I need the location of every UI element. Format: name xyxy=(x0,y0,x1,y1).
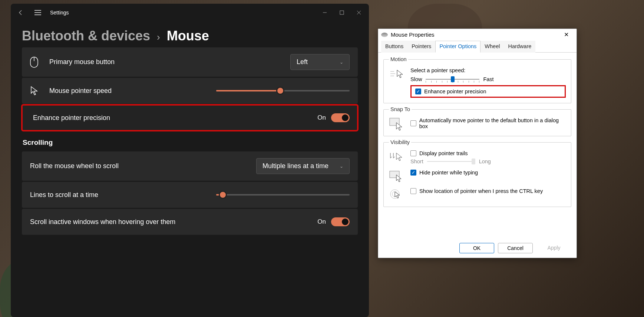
mouse-icon xyxy=(30,57,40,68)
scroll-inactive-label: Scroll inactive windows when hovering ov… xyxy=(30,218,308,226)
slow-label: Slow xyxy=(410,76,422,82)
breadcrumb-parent[interactable]: Bluetooth & devices xyxy=(22,28,150,44)
snap-to-label: Automatically move pointer to the defaul… xyxy=(419,117,566,129)
tab-pointers[interactable]: Pointers xyxy=(407,41,435,53)
motion-group: Motion Select a pointer speed: Slow Fas xyxy=(383,56,571,103)
chevron-down-icon: ⌄ xyxy=(340,164,343,169)
content-area: Primary mouse button Left ⌄ Mouse pointe… xyxy=(11,47,369,317)
scrolling-section-title: Scrolling xyxy=(22,132,358,150)
minimize-button[interactable] xyxy=(316,5,333,20)
scroll-inactive-state: On xyxy=(317,218,326,226)
long-label: Long xyxy=(479,158,491,164)
scroll-inactive-toggle[interactable] xyxy=(331,217,350,226)
primary-button-card: Primary mouse button Left ⌄ xyxy=(22,47,358,77)
mouse-icon xyxy=(381,33,388,37)
dialog-body: Motion Select a pointer speed: Slow Fas xyxy=(378,53,577,238)
short-label: Short xyxy=(410,158,423,164)
breadcrumb: Bluetooth & devices › Mouse xyxy=(11,21,369,47)
chevron-down-icon: ⌄ xyxy=(340,60,343,65)
ok-button[interactable]: OK xyxy=(459,243,494,253)
pointer-trails-label: Display pointer trails xyxy=(419,150,468,156)
dialog-tabs: Buttons Pointers Pointer Options Wheel H… xyxy=(378,40,577,53)
cancel-button[interactable]: Cancel xyxy=(498,243,533,253)
enhance-precision-card: Enhance pointer precision On xyxy=(22,105,358,131)
enhance-precision-checkbox[interactable]: ✓ xyxy=(415,89,421,94)
hide-typing-checkbox[interactable]: ✓ xyxy=(410,170,416,176)
enhance-precision-label: Enhance pointer precision xyxy=(424,89,486,94)
close-button[interactable] xyxy=(350,5,367,20)
lines-scroll-slider[interactable] xyxy=(216,194,350,196)
enhance-precision-highlight: ✓ Enhance pointer precision xyxy=(410,85,566,98)
dialog-footer: OK Cancel Apply xyxy=(378,238,577,258)
ctrl-locate-icon xyxy=(389,188,404,201)
dialog-title: Mouse Properties xyxy=(391,31,435,38)
enhance-precision-label: Enhance pointer precision xyxy=(33,114,308,122)
roll-wheel-select[interactable]: Multiple lines at a time ⌄ xyxy=(256,158,350,174)
lines-scroll-label: Lines to scroll at a time xyxy=(30,191,207,199)
tab-wheel[interactable]: Wheel xyxy=(480,41,504,53)
dialog-titlebar: Mouse Properties ✕ xyxy=(378,29,577,40)
primary-button-label: Primary mouse button xyxy=(49,58,281,66)
pointer-trails-checkbox[interactable] xyxy=(410,150,416,156)
hide-typing-label: Hide pointer while typing xyxy=(419,170,478,176)
pointer-trails-slider xyxy=(427,160,475,163)
motion-legend: Motion xyxy=(389,56,408,62)
ctrl-locate-checkbox[interactable] xyxy=(410,188,416,194)
pointer-speed-slider[interactable] xyxy=(426,76,479,83)
mouse-properties-dialog: Mouse Properties ✕ Buttons Pointers Poin… xyxy=(378,29,577,258)
cursor-speed-icon xyxy=(389,67,404,81)
app-title: Settings xyxy=(46,10,69,16)
primary-button-value: Left xyxy=(297,58,308,66)
tab-buttons[interactable]: Buttons xyxy=(381,41,407,53)
roll-wheel-label: Roll the mouse wheel to scroll xyxy=(30,162,247,170)
maximize-button[interactable] xyxy=(333,5,350,20)
hide-typing-icon xyxy=(389,170,404,183)
visibility-group: Visibility Display pointer trails Short xyxy=(383,139,571,207)
pointer-trails-icon xyxy=(389,150,404,164)
snap-to-group: Snap To Automatically move pointer to th… xyxy=(383,106,571,136)
pointer-speed-label: Select a pointer speed: xyxy=(410,67,566,73)
roll-wheel-value: Multiple lines at a time xyxy=(262,162,328,170)
dialog-close-button[interactable]: ✕ xyxy=(559,31,574,38)
menu-button[interactable] xyxy=(29,5,46,20)
scroll-inactive-card: Scroll inactive windows when hovering ov… xyxy=(22,209,358,235)
back-button[interactable] xyxy=(12,5,29,20)
pointer-speed-label: Mouse pointer speed xyxy=(49,87,207,95)
apply-button: Apply xyxy=(536,243,571,253)
tab-pointer-options[interactable]: Pointer Options xyxy=(435,41,480,53)
snap-to-checkbox[interactable] xyxy=(410,120,416,126)
fast-label: Fast xyxy=(483,76,493,82)
chevron-right-icon: › xyxy=(157,31,160,43)
enhance-precision-toggle[interactable] xyxy=(331,113,350,122)
settings-window: Settings Bluetooth & devices › Mouse Pri… xyxy=(11,4,369,317)
roll-wheel-card: Roll the mouse wheel to scroll Multiple … xyxy=(22,151,358,181)
visibility-legend: Visibility xyxy=(389,139,411,145)
pointer-speed-slider[interactable] xyxy=(216,90,350,91)
tab-hardware[interactable]: Hardware xyxy=(504,41,535,53)
lines-scroll-card: Lines to scroll at a time xyxy=(22,182,358,208)
snap-to-legend: Snap To xyxy=(389,106,412,112)
svg-rect-0 xyxy=(340,11,344,14)
enhance-precision-state: On xyxy=(317,114,326,121)
snap-to-icon xyxy=(389,117,404,131)
pointer-speed-card: Mouse pointer speed xyxy=(22,78,358,104)
ctrl-locate-label: Show location of pointer when I press th… xyxy=(419,188,543,194)
breadcrumb-current: Mouse xyxy=(167,28,209,44)
primary-button-select[interactable]: Left ⌄ xyxy=(290,54,350,70)
cursor-icon xyxy=(30,86,40,96)
titlebar: Settings xyxy=(11,4,369,21)
